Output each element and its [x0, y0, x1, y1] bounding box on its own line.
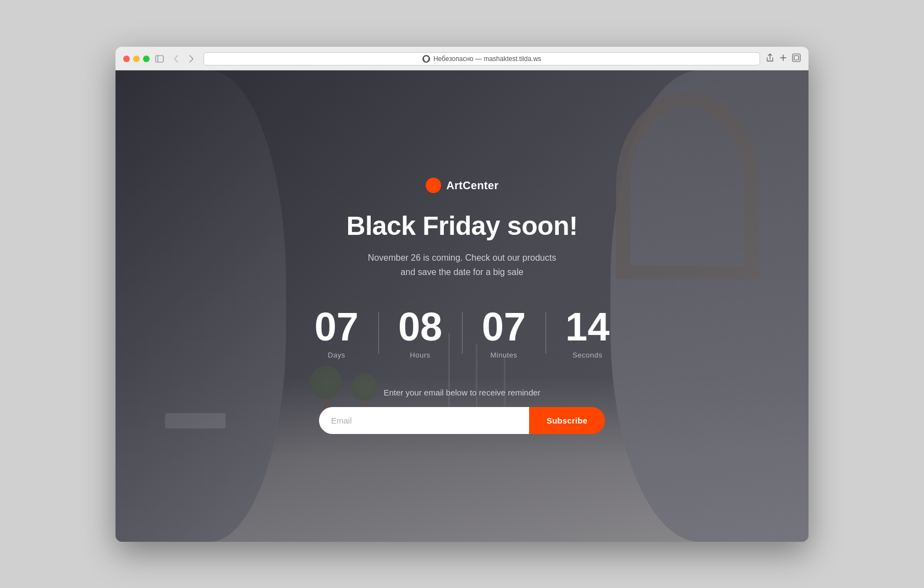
- forward-button[interactable]: [185, 52, 198, 65]
- svg-rect-0: [156, 56, 163, 62]
- hours-label: Hours: [410, 351, 430, 359]
- subscribe-button[interactable]: Subscribe: [529, 407, 605, 434]
- nav-buttons: [169, 52, 198, 65]
- seconds-label: Seconds: [573, 351, 602, 359]
- page-content: ArtCenter Black Friday soon! November 26…: [116, 70, 809, 542]
- browser-window: Небезопасно — mashaktest.tilda.ws: [116, 47, 809, 542]
- countdown-minutes: 07 Minutes: [462, 307, 546, 359]
- traffic-lights: [123, 56, 150, 62]
- email-input[interactable]: [319, 407, 529, 434]
- url-text: Небезопасно — mashaktest.tilda.ws: [433, 55, 541, 63]
- minimize-button[interactable]: [133, 56, 140, 62]
- address-bar[interactable]: Небезопасно — mashaktest.tilda.ws: [204, 52, 760, 65]
- countdown-seconds: 14 Seconds: [546, 307, 629, 359]
- tabs-button[interactable]: [792, 53, 801, 64]
- maximize-button[interactable]: [143, 56, 150, 62]
- back-button[interactable]: [169, 52, 183, 65]
- minutes-label: Minutes: [491, 351, 518, 359]
- new-tab-button[interactable]: [779, 53, 788, 64]
- headline: Black Friday soon!: [346, 211, 578, 241]
- security-icon: [422, 55, 430, 63]
- close-button[interactable]: [123, 56, 130, 62]
- days-value: 07: [315, 307, 359, 347]
- browser-chrome: Небезопасно — mashaktest.tilda.ws: [116, 47, 809, 70]
- svg-rect-4: [793, 54, 800, 62]
- countdown-days: 07 Days: [295, 307, 378, 359]
- subheadline: November 26 is coming. Check out our pro…: [368, 251, 556, 279]
- svg-rect-5: [794, 56, 799, 60]
- brand-logo-dot: [426, 178, 441, 193]
- brand: ArtCenter: [426, 178, 499, 193]
- hours-value: 08: [398, 307, 442, 347]
- minutes-value: 07: [482, 307, 526, 347]
- share-button[interactable]: [766, 53, 774, 64]
- countdown-timer: 07 Days 08 Hours 07 Minutes 14 Seconds: [295, 307, 629, 359]
- email-form: Subscribe: [319, 407, 605, 434]
- brand-name: ArtCenter: [447, 179, 499, 192]
- email-prompt: Enter your email below to receive remind…: [383, 388, 540, 397]
- countdown-hours: 08 Hours: [378, 307, 462, 359]
- center-content: ArtCenter Black Friday soon! November 26…: [116, 70, 809, 542]
- browser-actions: [766, 53, 801, 64]
- days-label: Days: [328, 351, 345, 359]
- sidebar-icon[interactable]: [155, 54, 164, 63]
- seconds-value: 14: [565, 307, 609, 347]
